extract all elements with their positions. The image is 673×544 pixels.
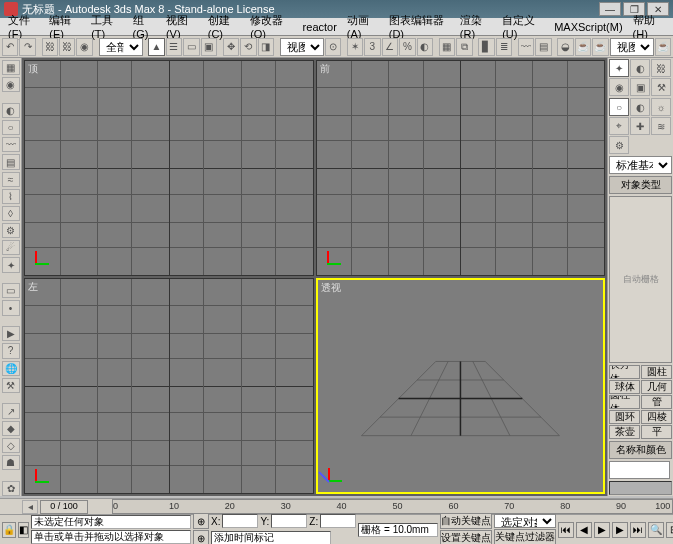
reactor-rigid-icon[interactable]: ◉ [2, 77, 20, 92]
window-crossing-button[interactable]: ▣ [201, 38, 217, 56]
manipulate-button[interactable]: ✶ [347, 38, 363, 56]
motion-tab-icon[interactable]: ◉ [609, 78, 629, 96]
quick-render-button[interactable]: ☕ [655, 38, 671, 56]
menu-item[interactable]: 编辑(E) [44, 13, 86, 40]
reactor-misc1-icon[interactable]: ◆ [2, 421, 20, 436]
geometry-icon[interactable]: ○ [609, 98, 629, 116]
viewport-top[interactable]: 顶 [24, 60, 314, 276]
reactor-toy-icon[interactable]: ✦ [2, 257, 20, 272]
play-icon[interactable]: ▶ [594, 522, 610, 538]
primitive-type-dropdown[interactable]: 标准基本体 [609, 156, 672, 174]
align-button[interactable]: ▊ [478, 38, 494, 56]
reactor-util-icon[interactable]: ⚒ [2, 378, 20, 393]
key-mode-dropdown[interactable]: 选定对象 [494, 514, 556, 528]
y-input[interactable] [271, 514, 307, 528]
zoom-icon[interactable]: 🔍 [648, 522, 664, 538]
goto-end-icon[interactable]: ⏭ [630, 522, 646, 538]
percent-snap-button[interactable]: % [399, 38, 415, 56]
menu-item[interactable]: 帮助(H) [628, 13, 670, 40]
teapot-button[interactable]: 茶壶 [609, 425, 640, 439]
prev-frame-icon[interactable]: ◀ [576, 522, 592, 538]
undo-button[interactable]: ↶ [2, 38, 18, 56]
sphere-button[interactable]: 球体 [609, 380, 640, 394]
menu-item[interactable]: 视图(V) [161, 13, 203, 40]
reference-coord-dropdown[interactable]: 视图 [280, 38, 324, 56]
menu-item[interactable]: 创建(C) [203, 13, 245, 40]
minimize-button[interactable]: — [599, 2, 621, 16]
goto-start-icon[interactable]: ⏮ [558, 522, 574, 538]
reactor-preview-icon[interactable]: ▶ [2, 326, 20, 341]
display-tab-icon[interactable]: ▣ [630, 78, 650, 96]
viewport-front[interactable]: 前 [316, 60, 606, 276]
select-name-button[interactable]: ☰ [166, 38, 182, 56]
reactor-misc4-icon[interactable]: ✿ [2, 481, 20, 496]
menu-item[interactable]: reactor [298, 21, 342, 33]
geosphere-button[interactable]: 几何 [641, 380, 672, 394]
reactor-soft-icon[interactable]: ○ [2, 120, 20, 135]
create-tab-icon[interactable]: ✦ [609, 59, 629, 77]
add-time-tag-button[interactable]: ⊕ [193, 530, 209, 544]
zoom-all-icon[interactable]: ⊞ [666, 522, 673, 538]
key-filters-button[interactable]: 关键点过滤器 [494, 529, 556, 544]
menu-item[interactable]: 渲染(R) [455, 13, 497, 40]
angle-snap-button[interactable]: ∠ [382, 38, 398, 56]
reactor-analyze-icon[interactable]: ? [2, 343, 20, 358]
reactor-point-icon[interactable]: • [2, 300, 20, 315]
menu-item[interactable]: 修改器(O) [245, 13, 297, 40]
selection-filter-dropdown[interactable]: 全部 [99, 38, 143, 56]
z-input[interactable] [320, 514, 356, 528]
color-swatch[interactable] [609, 481, 672, 495]
menu-item[interactable]: MAXScript(M) [549, 21, 627, 33]
spinner-snap-button[interactable]: ◐ [417, 38, 433, 56]
reactor-cloth-icon[interactable]: ◐ [2, 103, 20, 118]
timeline-ruler[interactable]: 0 10 20 30 40 50 60 70 80 90 100 [112, 499, 673, 514]
reactor-export-icon[interactable]: ↗ [2, 403, 20, 418]
plane-button[interactable]: 平 [641, 425, 672, 439]
render-preset-dropdown[interactable]: 视图 [610, 38, 654, 56]
object-type-rollout-header[interactable]: 对象类型 [609, 176, 672, 194]
modify-tab-icon[interactable]: ◐ [630, 59, 650, 77]
object-name-input[interactable] [609, 461, 670, 479]
time-tag-field[interactable]: 添加时间标记 [211, 531, 331, 544]
snap-button[interactable]: 3 [364, 38, 380, 56]
rotate-button[interactable]: ⟲ [240, 38, 256, 56]
reactor-dashpot-icon[interactable]: ◊ [2, 206, 20, 221]
shapes-icon[interactable]: ◐ [630, 98, 650, 116]
trackbar-toggle-icon[interactable]: ◂ [22, 500, 38, 514]
x-input[interactable] [222, 514, 258, 528]
reactor-wind-icon[interactable]: ☄ [2, 240, 20, 255]
set-key-button[interactable]: 设置关键点 [440, 530, 492, 544]
time-slider[interactable]: 0 / 100 [40, 500, 88, 514]
reactor-world-icon[interactable]: 🌐 [2, 361, 20, 376]
menu-item[interactable]: 图表编辑器(D) [384, 13, 455, 40]
select-region-button[interactable]: ▭ [183, 38, 199, 56]
render-button[interactable]: ☕ [592, 38, 608, 56]
spacewarps-icon[interactable]: ≋ [651, 117, 671, 135]
name-color-rollout-header[interactable]: 名称和颜色 [609, 441, 672, 459]
cylinder-button[interactable]: 圆柱体 [609, 395, 640, 409]
utilities-tab-icon[interactable]: ⚒ [651, 78, 671, 96]
move-button[interactable]: ✥ [223, 38, 239, 56]
lights-icon[interactable]: ☼ [651, 98, 671, 116]
cameras-icon[interactable]: ⌖ [609, 117, 629, 135]
menu-item[interactable]: 文件(F) [3, 13, 44, 40]
reactor-water-icon[interactable]: ≈ [2, 172, 20, 187]
auto-key-button[interactable]: 自动关键点 [440, 513, 492, 529]
reactor-create-icon[interactable]: ▦ [2, 60, 20, 75]
box-button[interactable]: 长方体 [609, 365, 640, 379]
helpers-icon[interactable]: ✚ [630, 117, 650, 135]
named-sel-button[interactable]: ▦ [439, 38, 455, 56]
material-button[interactable]: ◒ [557, 38, 573, 56]
lock-selection-icon[interactable]: 🔒 [2, 522, 16, 538]
reactor-motor-icon[interactable]: ⚙ [2, 223, 20, 238]
bind-button[interactable]: ◉ [76, 38, 92, 56]
reactor-misc3-icon[interactable]: ☗ [2, 455, 20, 470]
unlink-button[interactable]: ⛓ [59, 38, 75, 56]
torus-button[interactable]: 圆环 [609, 410, 640, 424]
viewport-left[interactable]: 左 [24, 278, 314, 494]
tube-button[interactable]: 管 [641, 395, 672, 409]
reactor-misc2-icon[interactable]: ◇ [2, 438, 20, 453]
hierarchy-tab-icon[interactable]: ⛓ [651, 59, 671, 77]
reactor-mesh-icon[interactable]: ▤ [2, 154, 20, 169]
cone-button[interactable]: 圆柱 [641, 365, 672, 379]
